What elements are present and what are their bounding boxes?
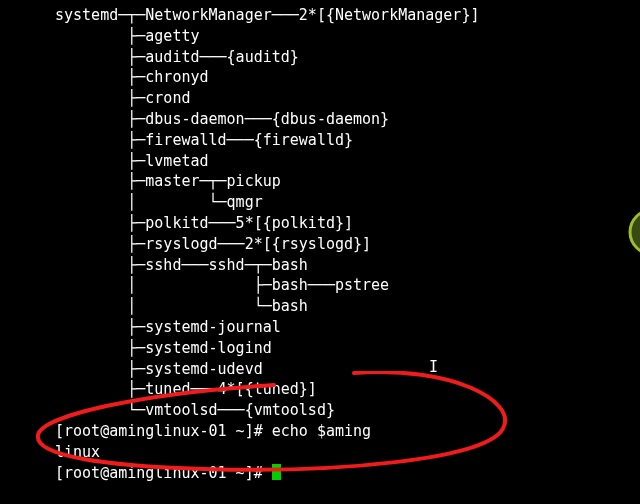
terminal-text: systemd─┬─NetworkManager───2*[{NetworkMa… <box>55 5 479 483</box>
pstree-line-10: │ └─qmgr <box>55 193 263 211</box>
pstree-line-05: ├─crond <box>55 89 190 107</box>
text-caret-icon: I <box>429 358 438 376</box>
command-echo: echo $aming <box>272 422 371 440</box>
pstree-line-16: ├─systemd-journal <box>55 318 281 336</box>
pstree-line-11: ├─polkitd───5*[{polkitd}] <box>55 214 353 232</box>
cursor-block <box>272 464 281 480</box>
pstree-line-15: │ └─bash <box>55 297 308 315</box>
pstree-line-20: └─vmtoolsd───{vmtoolsd} <box>55 401 335 419</box>
pstree-line-07: ├─firewalld───{firewalld} <box>55 131 353 149</box>
terminal-screen[interactable]: systemd─┬─NetworkManager───2*[{NetworkMa… <box>0 0 640 504</box>
svg-point-0 <box>630 210 640 254</box>
pstree-line-18: ├─systemd-udevd <box>55 360 263 378</box>
pstree-line-04: ├─chronyd <box>55 68 209 86</box>
pstree-line-14: │ ├─bash───pstree <box>55 276 389 294</box>
pstree-line-02: ├─agetty <box>55 27 200 45</box>
pstree-line-03: ├─auditd───{auditd} <box>55 48 299 66</box>
pstree-line-09: ├─master─┬─pickup <box>55 172 281 190</box>
pstree-line-13: ├─sshd───sshd─┬─bash <box>55 256 308 274</box>
command-output: linux <box>55 443 100 461</box>
pstree-line-19: ├─tuned───4*[{tuned}] <box>55 380 317 398</box>
shell-prompt-1: [root@aminglinux-01 ~]# <box>55 422 272 440</box>
pstree-line-17: ├─systemd-logind <box>55 339 272 357</box>
pstree-line-08: ├─lvmetad <box>55 152 209 170</box>
pstree-line-06: ├─dbus-daemon───{dbus-daemon} <box>55 110 389 128</box>
shell-prompt-2: [root@aminglinux-01 ~]# <box>55 464 272 482</box>
edge-arc-decoration <box>612 0 640 504</box>
pstree-line-12: ├─rsyslogd───2*[{rsyslogd}] <box>55 235 371 253</box>
pstree-line-01: systemd─┬─NetworkManager───2*[{NetworkMa… <box>55 6 479 24</box>
